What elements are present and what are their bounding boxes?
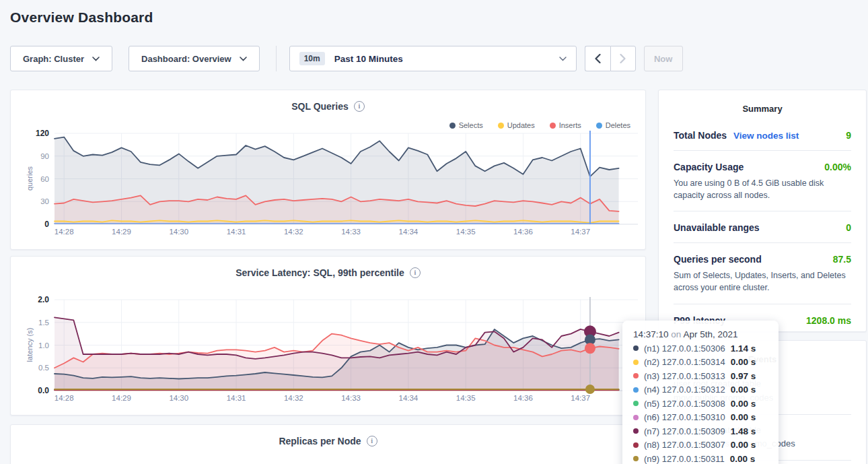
service-latency-title-row: Service Latency: SQL, 99th percentile i bbox=[11, 267, 645, 278]
now-button[interactable]: Now bbox=[644, 46, 683, 71]
view-nodes-list-link[interactable]: View nodes list bbox=[733, 131, 799, 141]
info-icon[interactable]: i bbox=[354, 101, 365, 112]
svg-text:14:32: 14:32 bbox=[284, 394, 303, 402]
svg-text:90: 90 bbox=[40, 152, 49, 160]
summary-rows: Total Nodes View nodes list 9 Capacity U… bbox=[674, 119, 851, 335]
summary-row-unavailable-ranges: Unavailable ranges 0 bbox=[674, 211, 851, 243]
svg-text:14:28: 14:28 bbox=[55, 228, 74, 236]
svg-text:2.0: 2.0 bbox=[38, 295, 49, 304]
qps-label: Queries per second bbox=[674, 254, 762, 265]
chevron-right-icon bbox=[620, 54, 626, 63]
svg-text:14:34: 14:34 bbox=[398, 394, 418, 402]
page-title: Overview Dashboard bbox=[10, 9, 153, 26]
svg-text:14:31: 14:31 bbox=[227, 394, 246, 402]
sql-queries-title: SQL Queries bbox=[291, 101, 349, 112]
chevron-down-icon bbox=[240, 57, 247, 61]
event-item[interactable]: user root created tablemovr.public.promo… bbox=[674, 368, 851, 415]
capacity-usage-label: Capacity Usage bbox=[674, 162, 744, 172]
service-latency-card: Service Latency: SQL, 99th percentile i … bbox=[10, 256, 646, 416]
svg-text:1.0: 1.0 bbox=[38, 341, 49, 350]
unavailable-ranges-value: 0 bbox=[846, 222, 851, 233]
total-nodes-value: 9 bbox=[846, 130, 851, 141]
chevron-down-icon bbox=[559, 57, 567, 61]
chevron-left-icon bbox=[595, 54, 601, 63]
p99-latency-label: P99 latency bbox=[674, 315, 725, 326]
info-icon[interactable]: i bbox=[367, 436, 377, 446]
time-range-label: Past 10 Minutes bbox=[334, 54, 403, 64]
svg-text:14:31: 14:31 bbox=[227, 228, 246, 236]
sql-queries-chart[interactable]: 030609012014:2814:2914:3014:3114:3214:33… bbox=[24, 128, 643, 240]
total-nodes-label: Total Nodes bbox=[674, 130, 727, 141]
dashboard-dropdown-label: Dashboard: Overview bbox=[141, 54, 231, 64]
svg-text:14:29: 14:29 bbox=[112, 228, 131, 236]
graph-dropdown-label: Graph: Cluster bbox=[23, 54, 84, 64]
svg-text:14:30: 14:30 bbox=[169, 394, 188, 402]
svg-text:1.5: 1.5 bbox=[38, 319, 49, 327]
svg-text:120: 120 bbox=[36, 129, 49, 138]
svg-text:0.5: 0.5 bbox=[38, 364, 49, 372]
sql-queries-card: SQL Queries i SelectsUpdatesInsertsDelet… bbox=[10, 90, 646, 250]
events-list: user root created tablemovr.public.promo… bbox=[674, 368, 851, 461]
event-item[interactable]: user root created tablemovr.public.user_… bbox=[674, 415, 851, 461]
info-icon[interactable]: i bbox=[410, 267, 421, 278]
svg-text:14:28: 14:28 bbox=[55, 394, 74, 402]
events-panel: Events user root created tablemovr.publi… bbox=[658, 340, 867, 464]
svg-text:30: 30 bbox=[40, 197, 49, 205]
summary-row-capacity: Capacity Usage 0.00% You are using 0 B o… bbox=[674, 151, 851, 211]
summary-title: Summary bbox=[659, 104, 866, 114]
summary-panel: Summary Total Nodes View nodes list 9 Ca… bbox=[658, 90, 867, 332]
event-text-line2: movr.public.user_promo_codes bbox=[674, 437, 851, 451]
unavailable-ranges-label: Unavailable ranges bbox=[674, 222, 760, 233]
toolbar-divider bbox=[276, 46, 277, 71]
svg-text:14:37: 14:37 bbox=[571, 228, 590, 236]
capacity-usage-desc: You are using 0 B of 4.5 GiB usable disk… bbox=[674, 177, 851, 201]
qps-desc: Sum of Selects, Updates, Inserts, and De… bbox=[674, 269, 851, 294]
events-title: Events bbox=[659, 354, 866, 364]
p99-latency-value: 1208.0 ms bbox=[806, 315, 851, 326]
time-range-badge: 10m bbox=[299, 52, 325, 65]
svg-text:14:35: 14:35 bbox=[456, 228, 476, 236]
time-range-dropdown[interactable]: 10m Past 10 Minutes bbox=[289, 46, 577, 71]
summary-row-p99: P99 latency 1208.0 ms bbox=[674, 304, 851, 335]
svg-text:14:36: 14:36 bbox=[513, 228, 533, 236]
event-text-line1: user root created table bbox=[674, 424, 851, 438]
chevron-down-icon bbox=[92, 57, 100, 61]
svg-text:0.0: 0.0 bbox=[38, 386, 49, 395]
replicas-title: Replicas per Node bbox=[279, 436, 361, 446]
summary-row-qps: Queries per second 87.5 Sum of Selects, … bbox=[674, 243, 851, 304]
event-text-line2: movr.public.promo_codes bbox=[674, 391, 851, 405]
svg-text:14:29: 14:29 bbox=[112, 394, 131, 402]
svg-text:60: 60 bbox=[40, 175, 49, 183]
svg-text:14:36: 14:36 bbox=[513, 394, 533, 402]
toolbar: Graph: Cluster Dashboard: Overview 10m P… bbox=[10, 46, 683, 71]
qps-value: 87.5 bbox=[833, 254, 851, 265]
summary-row-total-nodes: Total Nodes View nodes list 9 bbox=[674, 119, 851, 151]
previous-time-button[interactable] bbox=[585, 46, 610, 71]
svg-text:14:33: 14:33 bbox=[341, 394, 361, 402]
svg-text:14:34: 14:34 bbox=[398, 228, 418, 236]
svg-text:14:35: 14:35 bbox=[456, 394, 476, 402]
next-time-button[interactable] bbox=[610, 46, 636, 71]
sql-queries-title-row: SQL Queries i bbox=[11, 101, 645, 112]
dashboard-dropdown[interactable]: Dashboard: Overview bbox=[129, 46, 260, 71]
svg-text:14:30: 14:30 bbox=[169, 228, 188, 236]
replicas-title-row: Replicas per Node i bbox=[11, 436, 645, 446]
time-nav-buttons bbox=[585, 46, 636, 71]
overview-dashboard-page: Overview Dashboard Graph: Cluster Dashbo… bbox=[0, 0, 868, 464]
capacity-usage-value: 0.00% bbox=[824, 162, 851, 172]
svg-text:14:32: 14:32 bbox=[284, 228, 303, 236]
graph-dropdown[interactable]: Graph: Cluster bbox=[10, 46, 112, 71]
svg-text:14:33: 14:33 bbox=[341, 228, 361, 236]
service-latency-chart[interactable]: 0.00.51.01.52.014:2814:2914:3014:3114:32… bbox=[24, 294, 643, 406]
replicas-per-node-card: Replicas per Node i bbox=[10, 424, 646, 464]
svg-text:14:37: 14:37 bbox=[571, 394, 590, 402]
service-latency-title: Service Latency: SQL, 99th percentile bbox=[236, 267, 404, 278]
svg-text:0: 0 bbox=[44, 220, 49, 229]
event-text-line1: user root created table bbox=[674, 377, 851, 391]
